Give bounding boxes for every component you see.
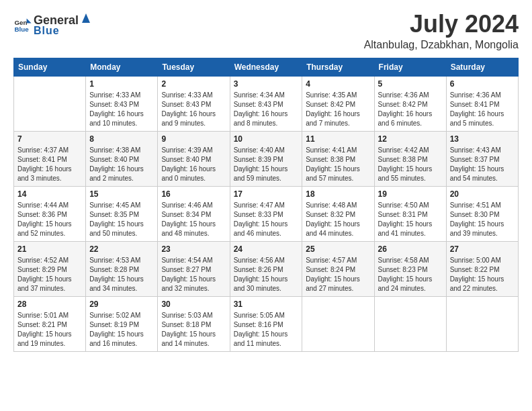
day-number: 8 — [89, 134, 154, 144]
day-info: Sunrise: 4:40 AM Sunset: 8:39 PM Dayligh… — [234, 146, 299, 183]
calendar-cell: 5Sunrise: 4:36 AM Sunset: 8:42 PM Daylig… — [374, 76, 446, 131]
weekday-header-thursday: Thursday — [302, 58, 374, 76]
day-number: 6 — [450, 79, 515, 89]
day-info: Sunrise: 4:33 AM Sunset: 8:43 PM Dayligh… — [161, 91, 226, 128]
day-info: Sunrise: 4:54 AM Sunset: 8:27 PM Dayligh… — [161, 256, 226, 293]
weekday-header-saturday: Saturday — [446, 58, 518, 76]
day-info: Sunrise: 4:56 AM Sunset: 8:26 PM Dayligh… — [234, 256, 299, 293]
calendar-cell: 7Sunrise: 4:37 AM Sunset: 8:41 PM Daylig… — [14, 131, 86, 186]
svg-marker-1 — [27, 18, 32, 23]
day-number: 14 — [17, 189, 82, 199]
day-info: Sunrise: 4:39 AM Sunset: 8:40 PM Dayligh… — [161, 146, 226, 183]
calendar-cell: 12Sunrise: 4:42 AM Sunset: 8:38 PM Dayli… — [374, 131, 446, 186]
day-number: 21 — [17, 244, 82, 254]
day-number: 20 — [450, 189, 515, 199]
calendar-cell — [446, 296, 518, 351]
day-info: Sunrise: 4:52 AM Sunset: 8:29 PM Dayligh… — [17, 256, 82, 293]
day-info: Sunrise: 4:58 AM Sunset: 8:23 PM Dayligh… — [378, 256, 443, 293]
day-info: Sunrise: 4:44 AM Sunset: 8:36 PM Dayligh… — [17, 201, 82, 238]
calendar-cell: 6Sunrise: 4:36 AM Sunset: 8:41 PM Daylig… — [446, 76, 518, 131]
day-info: Sunrise: 4:37 AM Sunset: 8:41 PM Dayligh… — [17, 146, 82, 183]
day-info: Sunrise: 4:45 AM Sunset: 8:35 PM Dayligh… — [89, 201, 154, 238]
day-number: 9 — [161, 134, 226, 144]
calendar-cell: 14Sunrise: 4:44 AM Sunset: 8:36 PM Dayli… — [14, 186, 86, 241]
title-area: July 2024 Altanbulag, Dzabkhan, Mongolia — [364, 11, 519, 51]
weekday-header-tuesday: Tuesday — [158, 58, 230, 76]
day-number: 5 — [378, 79, 443, 89]
logo: Gen Blue General Blue — [13, 11, 93, 37]
day-number: 26 — [378, 244, 443, 254]
day-number: 24 — [234, 244, 299, 254]
calendar-cell: 28Sunrise: 5:01 AM Sunset: 8:21 PM Dayli… — [14, 296, 86, 351]
calendar-cell: 21Sunrise: 4:52 AM Sunset: 8:29 PM Dayli… — [14, 241, 86, 296]
day-number: 16 — [161, 189, 226, 199]
logo-icon: Gen Blue — [13, 15, 32, 34]
day-info: Sunrise: 4:36 AM Sunset: 8:42 PM Dayligh… — [378, 91, 443, 128]
calendar-week-row: 14Sunrise: 4:44 AM Sunset: 8:36 PM Dayli… — [14, 186, 519, 241]
svg-text:Blue: Blue — [14, 26, 29, 33]
day-number: 19 — [378, 189, 443, 199]
calendar-cell: 8Sunrise: 4:38 AM Sunset: 8:40 PM Daylig… — [86, 131, 158, 186]
day-info: Sunrise: 5:05 AM Sunset: 8:16 PM Dayligh… — [234, 311, 299, 349]
day-info: Sunrise: 4:43 AM Sunset: 8:37 PM Dayligh… — [450, 146, 515, 183]
weekday-header-monday: Monday — [86, 58, 158, 76]
calendar-cell: 23Sunrise: 4:54 AM Sunset: 8:27 PM Dayli… — [158, 241, 230, 296]
day-info: Sunrise: 4:34 AM Sunset: 8:43 PM Dayligh… — [234, 91, 299, 128]
day-info: Sunrise: 4:53 AM Sunset: 8:28 PM Dayligh… — [89, 256, 154, 293]
day-info: Sunrise: 5:02 AM Sunset: 8:19 PM Dayligh… — [89, 311, 154, 349]
day-number: 3 — [234, 79, 299, 89]
calendar-cell — [374, 296, 446, 351]
calendar-cell: 20Sunrise: 4:51 AM Sunset: 8:30 PM Dayli… — [446, 186, 518, 241]
calendar-table: SundayMondayTuesdayWednesdayThursdayFrid… — [13, 58, 519, 352]
calendar-week-row: 1Sunrise: 4:33 AM Sunset: 8:43 PM Daylig… — [14, 76, 519, 131]
day-info: Sunrise: 5:00 AM Sunset: 8:22 PM Dayligh… — [450, 256, 515, 293]
day-info: Sunrise: 4:48 AM Sunset: 8:32 PM Dayligh… — [306, 201, 370, 238]
logo-triangle-icon — [79, 11, 93, 24]
location-title: Altanbulag, Dzabkhan, Mongolia — [364, 39, 519, 51]
calendar-cell: 15Sunrise: 4:45 AM Sunset: 8:35 PM Dayli… — [86, 186, 158, 241]
day-info: Sunrise: 4:46 AM Sunset: 8:34 PM Dayligh… — [161, 201, 226, 238]
day-number: 4 — [306, 79, 370, 89]
calendar-cell: 11Sunrise: 4:41 AM Sunset: 8:38 PM Dayli… — [302, 131, 374, 186]
day-number: 31 — [234, 300, 299, 309]
day-info: Sunrise: 4:41 AM Sunset: 8:38 PM Dayligh… — [306, 146, 370, 183]
calendar-cell: 1Sunrise: 4:33 AM Sunset: 8:43 PM Daylig… — [86, 76, 158, 131]
day-number: 22 — [89, 244, 154, 254]
calendar-cell: 26Sunrise: 4:58 AM Sunset: 8:23 PM Dayli… — [374, 241, 446, 296]
day-info: Sunrise: 4:47 AM Sunset: 8:33 PM Dayligh… — [234, 201, 299, 238]
day-number: 1 — [89, 79, 154, 89]
calendar-cell: 10Sunrise: 4:40 AM Sunset: 8:39 PM Dayli… — [230, 131, 302, 186]
day-number: 13 — [450, 134, 515, 144]
day-number: 10 — [234, 134, 299, 144]
calendar-cell: 22Sunrise: 4:53 AM Sunset: 8:28 PM Dayli… — [86, 241, 158, 296]
day-number: 23 — [161, 244, 226, 254]
day-info: Sunrise: 4:51 AM Sunset: 8:30 PM Dayligh… — [450, 201, 515, 238]
day-info: Sunrise: 4:35 AM Sunset: 8:42 PM Dayligh… — [306, 91, 370, 128]
day-number: 18 — [306, 189, 370, 199]
day-info: Sunrise: 5:03 AM Sunset: 8:18 PM Dayligh… — [161, 311, 226, 349]
day-number: 2 — [161, 79, 226, 89]
weekday-header-friday: Friday — [374, 58, 446, 76]
calendar-week-row: 21Sunrise: 4:52 AM Sunset: 8:29 PM Dayli… — [14, 241, 519, 296]
svg-marker-3 — [82, 13, 90, 23]
calendar-cell: 13Sunrise: 4:43 AM Sunset: 8:37 PM Dayli… — [446, 131, 518, 186]
month-title: July 2024 — [364, 11, 519, 38]
calendar-week-row: 7Sunrise: 4:37 AM Sunset: 8:41 PM Daylig… — [14, 131, 519, 186]
day-number: 25 — [306, 244, 370, 254]
day-number: 29 — [89, 300, 154, 309]
calendar-cell: 29Sunrise: 5:02 AM Sunset: 8:19 PM Dayli… — [86, 296, 158, 351]
calendar-week-row: 28Sunrise: 5:01 AM Sunset: 8:21 PM Dayli… — [14, 296, 519, 351]
weekday-header-row: SundayMondayTuesdayWednesdayThursdayFrid… — [14, 58, 519, 76]
calendar-cell: 9Sunrise: 4:39 AM Sunset: 8:40 PM Daylig… — [158, 131, 230, 186]
calendar-cell: 30Sunrise: 5:03 AM Sunset: 8:18 PM Dayli… — [158, 296, 230, 351]
weekday-header-wednesday: Wednesday — [230, 58, 302, 76]
calendar-cell: 31Sunrise: 5:05 AM Sunset: 8:16 PM Dayli… — [230, 296, 302, 351]
day-info: Sunrise: 4:42 AM Sunset: 8:38 PM Dayligh… — [378, 146, 443, 183]
day-info: Sunrise: 5:01 AM Sunset: 8:21 PM Dayligh… — [17, 311, 82, 349]
calendar-cell: 4Sunrise: 4:35 AM Sunset: 8:42 PM Daylig… — [302, 76, 374, 131]
day-info: Sunrise: 4:50 AM Sunset: 8:31 PM Dayligh… — [378, 201, 443, 238]
header: Gen Blue General Blue July 2024 Altanbul… — [13, 11, 519, 51]
calendar-cell: 27Sunrise: 5:00 AM Sunset: 8:22 PM Dayli… — [446, 241, 518, 296]
weekday-header-sunday: Sunday — [14, 58, 86, 76]
calendar-cell: 18Sunrise: 4:48 AM Sunset: 8:32 PM Dayli… — [302, 186, 374, 241]
